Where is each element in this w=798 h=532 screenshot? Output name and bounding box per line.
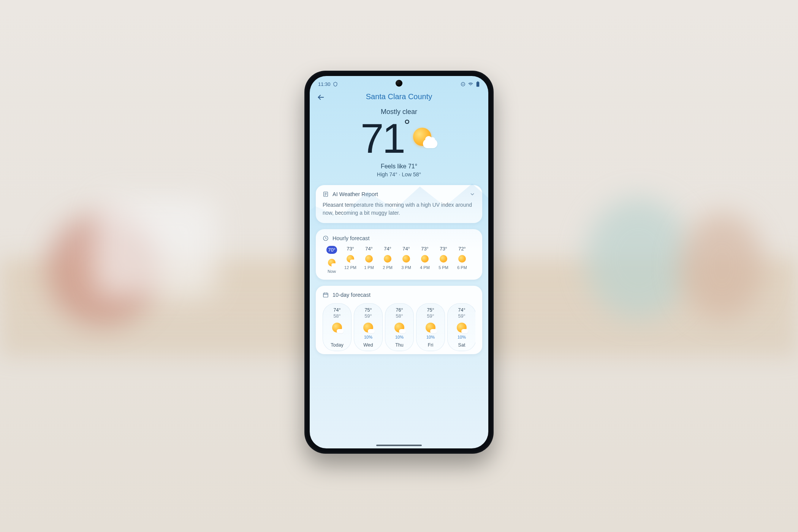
gesture-nav-handle[interactable]	[376, 445, 422, 446]
day-label: Wed	[356, 342, 381, 348]
daily-list[interactable]: 74°58° Today75°59°10%Wed76°58°10%Thu75°5…	[323, 303, 475, 351]
sun-icon	[402, 255, 410, 263]
daily-item[interactable]: 76°58°10%Thu	[385, 303, 414, 351]
svg-rect-3	[477, 81, 478, 82]
sun-partly-cloudy-icon	[347, 255, 354, 263]
sun-partly-cloudy-icon	[394, 323, 404, 332]
day-precip: 10%	[449, 335, 474, 339]
front-camera	[396, 80, 402, 87]
hour-label: 2 PM	[378, 265, 397, 270]
day-high: 74°	[325, 307, 350, 313]
hour-label: 6 PM	[453, 265, 471, 270]
hour-label: 3 PM	[397, 265, 415, 270]
day-low: 58°	[325, 314, 350, 319]
phone-screen[interactable]: 11:30	[310, 76, 488, 448]
day-precip: 10%	[356, 335, 381, 339]
sun-partly-cloudy-icon	[426, 323, 435, 332]
battery-icon	[476, 81, 480, 87]
background-object	[680, 213, 764, 319]
day-label: Fri	[418, 342, 443, 348]
svg-rect-2	[477, 82, 480, 87]
feels-like-text: Feels like 71°	[317, 163, 481, 170]
location-title[interactable]: Santa Clara County	[366, 92, 432, 101]
shield-icon	[333, 82, 338, 87]
day-label: Today	[325, 342, 350, 348]
day-label: Thu	[387, 342, 412, 348]
day-high: 75°	[356, 307, 381, 313]
background-object	[585, 198, 692, 319]
sun-partly-cloudy-icon	[328, 259, 336, 266]
back-button[interactable]	[317, 93, 325, 101]
photo-scene: 11:30	[0, 0, 798, 532]
sun-icon	[421, 255, 429, 263]
background-object	[95, 198, 217, 296]
day-precip: 10%	[387, 335, 412, 339]
calendar-icon	[323, 292, 329, 298]
sun-icon	[365, 255, 373, 263]
day-high: 75°	[418, 307, 443, 313]
current-temperature: 71°	[361, 117, 408, 159]
day-precip: 10%	[418, 335, 443, 339]
wifi-icon	[468, 82, 473, 87]
high-low-text: High 74° · Low 58°	[317, 171, 481, 177]
sun-partly-cloudy-icon	[332, 323, 342, 332]
phone-frame: 11:30	[304, 71, 494, 454]
sun-icon	[384, 255, 391, 263]
daily-item[interactable]: 75°59°10%Wed	[354, 303, 383, 351]
hour-label: 12 PM	[341, 265, 359, 270]
sun-icon	[440, 255, 447, 263]
sun-partly-cloudy-icon	[363, 323, 373, 332]
day-low: 59°	[356, 314, 381, 319]
hour-label: 1 PM	[360, 265, 378, 270]
day-low: 59°	[418, 314, 443, 319]
day-high: 74°	[449, 307, 474, 313]
status-time: 11:30	[318, 81, 331, 87]
day-low: 59°	[449, 314, 474, 319]
sun-partly-cloudy-icon	[411, 127, 437, 150]
sun-partly-cloudy-icon	[457, 323, 467, 332]
daily-item[interactable]: 74°58° Today	[323, 303, 352, 351]
current-weather: Mostly clear 71° Feels like 71° High 74°…	[310, 103, 488, 180]
daily-title: 10-day forecast	[332, 292, 370, 298]
app-header: Santa Clara County	[310, 89, 488, 103]
dnd-icon	[461, 82, 466, 87]
hour-label: 4 PM	[416, 265, 434, 270]
daily-forecast-card[interactable]: 10-day forecast 74°58° Today75°59°10%Wed…	[316, 286, 482, 354]
daily-item[interactable]: 74°59°10%Sat	[447, 303, 475, 351]
report-icon	[323, 191, 329, 197]
daily-item[interactable]: 75°59°10%Fri	[416, 303, 445, 351]
svg-rect-10	[323, 293, 328, 297]
day-low: 58°	[387, 314, 412, 319]
hour-label: Now	[323, 269, 341, 274]
day-high: 76°	[387, 307, 412, 313]
sun-icon	[458, 255, 466, 263]
day-precip	[325, 335, 350, 339]
hour-label: 7 PM	[472, 265, 475, 270]
hour-label: 5 PM	[434, 265, 453, 270]
day-label: Sat	[449, 342, 474, 348]
